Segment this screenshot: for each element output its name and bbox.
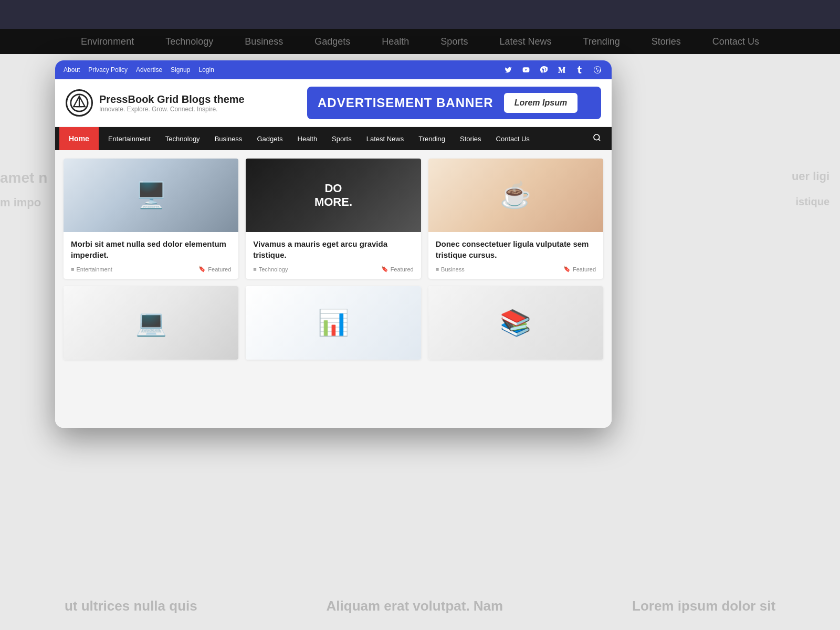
utility-link-login[interactable]: Login (198, 66, 214, 74)
nav-trending[interactable]: Trending (411, 127, 453, 150)
card-2-image: DOMORE. (246, 159, 421, 232)
bg-bottom-text: ut ultrices nulla quis Aliquam erat volu… (0, 598, 840, 614)
card-6-image (428, 286, 603, 360)
card-1-featured: 🔖 Featured (198, 266, 231, 272)
nav-latest-news[interactable]: Latest News (359, 127, 412, 150)
bg-nav-item: Health (382, 36, 409, 47)
nav-health[interactable]: Health (290, 127, 325, 150)
card-3-category-label: Business (441, 266, 465, 272)
ad-banner-button[interactable]: Lorem Ipsum (504, 93, 578, 113)
nav-business[interactable]: Business (207, 127, 250, 150)
site-tagline: Innovate. Explore. Grow. Connect. Inspir… (99, 106, 245, 113)
bg-nav-item: Environment (81, 36, 134, 47)
card-2-body: Vivamus a mauris eget arcu gravida trist… (246, 232, 421, 279)
card-2-meta: ≡ Technology 🔖 Featured (253, 266, 413, 272)
card-3-title: Donec consectetuer ligula vulputate sem … (436, 238, 596, 260)
bg-bottom-text-3: Lorem ipsum dolor sit (632, 598, 775, 614)
bg-nav-item: Technology (165, 36, 213, 47)
bg-nav-item: Latest News (499, 36, 551, 47)
card-3-category: ≡ Business (436, 266, 465, 272)
youtube-icon[interactable] (520, 64, 532, 76)
card-2-tag: Featured (391, 266, 414, 272)
nav-contact-us[interactable]: Contact Us (489, 127, 537, 150)
category-icon-2: ≡ (253, 266, 256, 272)
site-header: PressBook Grid Blogs theme Innovate. Exp… (55, 79, 612, 127)
nav-technology[interactable]: Technology (158, 127, 207, 150)
utility-link-signup[interactable]: Signup (171, 66, 190, 74)
logo-area: PressBook Grid Blogs theme Innovate. Exp… (66, 89, 245, 117)
wordpress-icon[interactable] (592, 64, 603, 76)
card-2[interactable]: DOMORE. Vivamus a mauris eget arcu gravi… (246, 159, 421, 279)
bg-text-left-mid: m impo (0, 196, 41, 209)
bg-text-left-top: amet n (0, 170, 47, 186)
card-4-image (64, 286, 238, 360)
utility-link-about[interactable]: About (64, 66, 80, 74)
nav-stories[interactable]: Stories (453, 127, 488, 150)
card-1-category-label: Entertainment (76, 266, 112, 272)
bookmark-icon-3: 🔖 (563, 266, 571, 272)
bg-nav-item: Sports (440, 36, 468, 47)
nav-sports[interactable]: Sports (324, 127, 359, 150)
card-2-featured: 🔖 Featured (381, 266, 414, 272)
main-navigation: Home Entertainment Technology Business G… (55, 127, 612, 150)
card-5[interactable] (246, 286, 421, 360)
bg-text-right-mid: istique (796, 196, 830, 208)
medium-icon[interactable] (556, 64, 568, 76)
bookmark-icon-2: 🔖 (381, 266, 388, 272)
bg-text-right: uer ligi (792, 170, 830, 183)
twitter-icon[interactable] (502, 64, 514, 76)
bg-nav-item: Gadgets (314, 36, 350, 47)
nav-entertainment[interactable]: Entertainment (101, 127, 158, 150)
card-1-body: Morbi sit amet nulla sed dolor elementum… (64, 232, 238, 279)
card-3-featured: 🔖 Featured (563, 266, 596, 272)
site-title: PressBook Grid Blogs theme (99, 93, 245, 106)
cards-grid: Morbi sit amet nulla sed dolor elementum… (64, 159, 603, 360)
logo-text-block: PressBook Grid Blogs theme Innovate. Exp… (99, 93, 245, 113)
card-1-tag: Featured (208, 266, 231, 272)
bookmark-icon: 🔖 (198, 266, 206, 272)
card-5-image (246, 286, 421, 360)
category-icon: ≡ (71, 266, 74, 272)
card-1[interactable]: Morbi sit amet nulla sed dolor elementum… (64, 159, 238, 279)
site-logo-icon (66, 89, 93, 117)
advertisement-banner[interactable]: ADVERTISEMENT BANNER Lorem Ipsum (307, 87, 601, 119)
bg-nav-item: Trending (583, 36, 620, 47)
bg-bottom-text-2: Aliquam erat volutpat. Nam (327, 598, 503, 614)
bg-bottom-text-1: ut ultrices nulla quis (65, 598, 197, 614)
category-icon-3: ≡ (436, 266, 439, 272)
card-2-category: ≡ Technology (253, 266, 288, 272)
ad-banner-text: ADVERTISEMENT BANNER (318, 96, 494, 110)
bg-nav-item: Stories (652, 36, 681, 47)
card-4[interactable] (64, 286, 238, 360)
card-3-meta: ≡ Business 🔖 Featured (436, 266, 596, 272)
bg-top-bar (0, 0, 840, 29)
utility-link-advertise[interactable]: Advertise (136, 66, 162, 74)
card-2-category-label: Technology (259, 266, 288, 272)
card-2-image-text: DOMORE. (314, 182, 352, 209)
utility-bar: About Privacy Policy Advertise Signup Lo… (55, 60, 612, 79)
card-2-title: Vivamus a mauris eget arcu gravida trist… (253, 238, 413, 260)
content-area: Morbi sit amet nulla sed dolor elementum… (55, 150, 612, 428)
card-1-category: ≡ Entertainment (71, 266, 112, 272)
svg-point-4 (594, 134, 600, 140)
card-3-image (428, 159, 603, 232)
card-1-title: Morbi sit amet nulla sed dolor elementum… (71, 238, 231, 260)
browser-window: About Privacy Policy Advertise Signup Lo… (55, 60, 612, 428)
card-3-body: Donec consectetuer ligula vulputate sem … (428, 232, 603, 279)
bg-nav-item: Business (245, 36, 283, 47)
card-6[interactable] (428, 286, 603, 360)
card-3-tag: Featured (573, 266, 596, 272)
nav-home[interactable]: Home (59, 127, 99, 150)
utility-bar-left: About Privacy Policy Advertise Signup Lo… (64, 66, 214, 74)
search-icon[interactable] (586, 133, 607, 144)
pinterest-icon[interactable] (538, 64, 550, 76)
bg-nav-bar: Environment Technology Business Gadgets … (0, 29, 840, 54)
card-1-image (64, 159, 238, 232)
nav-gadgets[interactable]: Gadgets (249, 127, 290, 150)
card-3[interactable]: Donec consectetuer ligula vulputate sem … (428, 159, 603, 279)
bg-nav-item: Contact Us (712, 36, 759, 47)
card-1-meta: ≡ Entertainment 🔖 Featured (71, 266, 231, 272)
utility-link-privacy[interactable]: Privacy Policy (88, 66, 128, 74)
utility-bar-right (502, 64, 603, 76)
tumblr-icon[interactable] (574, 64, 585, 76)
